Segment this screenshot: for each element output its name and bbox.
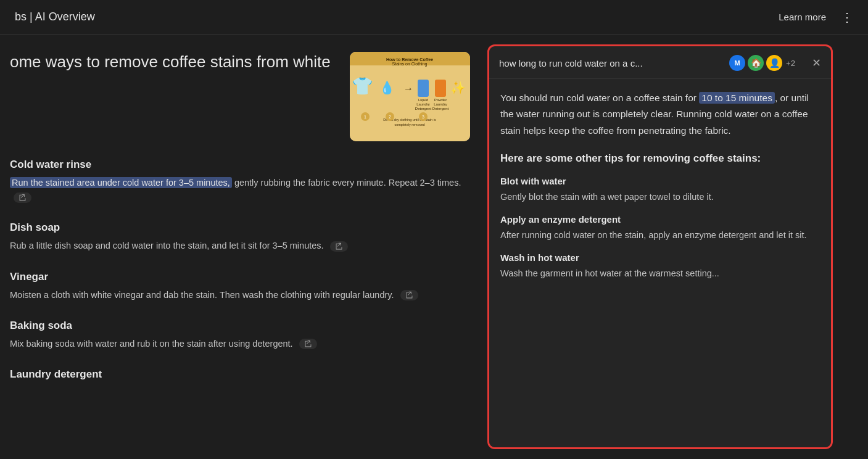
popup-tips-header: Here are some other tips for removing co… [500,151,820,166]
learn-more-button[interactable]: Learn more [771,8,833,26]
svg-text:Detergent: Detergent [415,107,432,110]
popup-tip-title-enzyme: Apply an enzyme detergent [500,214,820,225]
cold-water-text-after: gently rubbing the fabric every minute. … [232,178,461,188]
svg-text:Detergent: Detergent [432,107,449,110]
svg-text:Laundry: Laundry [416,102,430,106]
popup-main-text: You should run cold water on a coffee st… [500,90,820,139]
svg-text:Liquid: Liquid [418,98,428,102]
page-title-row: ome ways to remove coffee stains from wh… [10,52,470,141]
section-title-dish-soap: Dish soap [10,221,470,234]
section-baking-soda: Baking soda Mix baking soda with water a… [10,320,470,351]
popup-header: how long to run cold water on a c... M 🏠… [489,46,831,79]
section-title-vinegar: Vinegar [10,271,470,283]
vinegar-link-chip[interactable] [400,290,418,300]
more-options-icon[interactable]: ⋮ [841,10,853,25]
svg-text:2: 2 [389,115,391,119]
section-title-baking-soda: Baking soda [10,320,470,332]
popup-tip-text-wash-hot: Wash the garment in hot water at the war… [500,267,820,281]
svg-rect-11 [435,80,446,97]
popup-title: how long to run cold water on a c... [499,58,715,68]
section-text-cold-water: Run the stained area under cold water fo… [10,176,470,204]
svg-text:3: 3 [422,115,424,119]
popup-avatars: M 🏠 👤 +2 [729,55,795,71]
popup-body: You should run cold water on a coffee st… [489,79,831,447]
avatar-m: M [729,55,745,71]
popup-text-before: You should run cold water on a coffee st… [500,93,699,103]
dish-soap-text: Rub a little dish soap and cold water in… [10,241,324,250]
baking-soda-link-chip[interactable] [299,339,317,349]
popup-panel: how long to run cold water on a c... M 🏠… [487,44,833,449]
avatar-house: 🏠 [748,55,764,71]
section-vinegar: Vinegar Moisten a cloth with white vineg… [10,271,470,302]
cold-water-link-chip[interactable] [14,192,31,203]
svg-text:1: 1 [364,115,366,119]
svg-text:How to Remove Coffee: How to Remove Coffee [386,57,433,62]
section-title-cold-water: Cold water rinse [10,159,470,171]
avatar-count: +2 [786,59,795,68]
svg-text:💧: 💧 [379,80,395,95]
popup-tip-text-enzyme: After running cold water on the stain, a… [500,228,820,242]
vinegar-text: Moisten a cloth with white vinegar and d… [10,290,394,300]
section-text-baking-soda: Mix baking soda with water and rub it on… [10,337,470,351]
dish-soap-link-chip[interactable] [330,241,348,252]
svg-text:Stains on Clothing: Stains on Clothing [392,62,428,67]
avatar-person: 👤 [766,55,782,71]
svg-text:✨: ✨ [450,80,466,95]
section-laundry-detergent: Laundry detergent [10,368,470,381]
section-dish-soap: Dish soap Rub a little dish soap and col… [10,221,470,253]
baking-soda-text: Mix baking soda with water and rub it on… [10,339,293,349]
section-cold-water: Cold water rinse Run the stained area un… [10,159,470,204]
section-text-vinegar: Moisten a cloth with white vinegar and d… [10,288,470,302]
popup-tip-title-wash-hot: Wash in hot water [500,252,820,263]
svg-text:👕: 👕 [352,76,373,96]
svg-text:Powder: Powder [434,98,447,102]
cold-water-highlight: Run the stained area under cold water fo… [10,177,232,188]
svg-text:completely removed: completely removed [394,123,424,126]
section-title-laundry-detergent: Laundry detergent [10,368,470,381]
left-panel: ome ways to remove coffee stains from wh… [0,35,487,459]
infographic-image: How to Remove Coffee Stains on Clothing … [350,52,470,141]
popup-tip-title-blot: Blot with water [500,176,820,186]
page-title: ome ways to remove coffee stains from wh… [10,52,331,73]
svg-text:→: → [403,83,413,94]
popup-tip-text-blot: Gently blot the stain with a wet paper t… [500,190,820,204]
svg-rect-7 [418,80,429,97]
section-text-dish-soap: Rub a little dish soap and cold water in… [10,239,470,253]
main-content: ome ways to remove coffee stains from wh… [0,35,868,459]
svg-text:Laundry: Laundry [434,102,447,106]
top-bar-actions: Learn more ⋮ [771,8,853,26]
popup-close-button[interactable]: ✕ [812,56,821,70]
popup-highlight: 10 to 15 minutes [699,92,775,104]
page-tab-title: bs | AI Overview [15,10,95,23]
top-bar: bs | AI Overview Learn more ⋮ [0,0,868,35]
